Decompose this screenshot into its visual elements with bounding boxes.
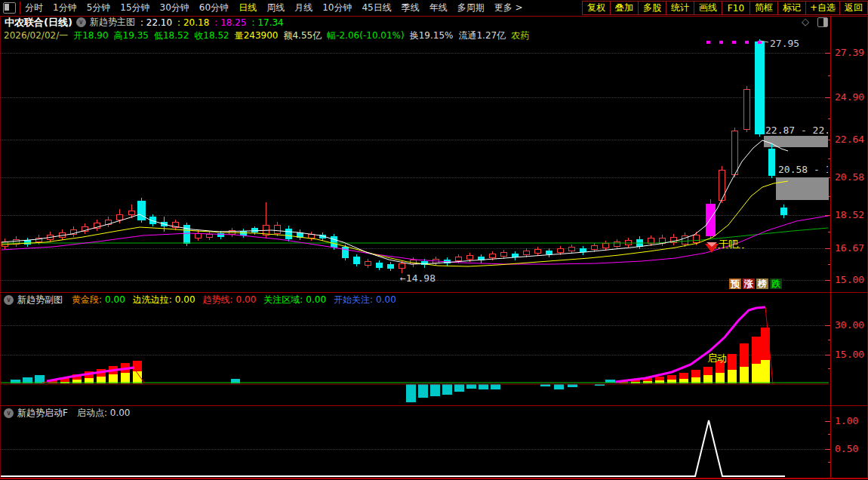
badge-涨[interactable]: 涨 bbox=[743, 278, 755, 289]
candle-down bbox=[285, 229, 292, 239]
indicator-bar bbox=[442, 384, 452, 395]
panel2-gridline bbox=[1, 325, 829, 327]
candle-down bbox=[297, 232, 303, 238]
main-axis-label: 24.90 bbox=[835, 91, 864, 103]
panel3-axis-tick bbox=[825, 449, 830, 450]
panel2-axis-tick bbox=[825, 355, 830, 355]
chevron-down-circle-icon[interactable]: ∨ bbox=[4, 295, 14, 305]
candle-down bbox=[376, 263, 383, 268]
indicator-bar bbox=[479, 384, 488, 389]
indicator-bar bbox=[231, 379, 240, 383]
indicator-bar bbox=[605, 380, 615, 383]
info-segment: 换19.15% bbox=[410, 30, 454, 41]
indicator-bar bbox=[679, 379, 688, 383]
candle-up bbox=[229, 230, 235, 235]
panel2-axis-tick bbox=[825, 325, 830, 326]
panel2-item-value: 0.00 bbox=[236, 294, 257, 305]
price-zone-label: 20.58 - 19.39 bbox=[778, 164, 828, 175]
candle-down bbox=[755, 42, 765, 134]
indicator-bar bbox=[761, 360, 770, 383]
candle-down bbox=[580, 248, 586, 252]
main-gridline bbox=[1, 53, 829, 54]
candle-up bbox=[614, 242, 620, 247]
candle-down bbox=[319, 235, 326, 238]
main-gridline bbox=[1, 140, 829, 141]
panel3-gridline bbox=[1, 449, 829, 451]
candle-up bbox=[274, 225, 281, 234]
panel2-gridline bbox=[1, 355, 829, 356]
indicator-bar bbox=[109, 374, 118, 383]
indicator-bar bbox=[691, 377, 700, 383]
low-price-label: ←14.98 bbox=[400, 272, 436, 284]
price-zone bbox=[776, 177, 829, 200]
candle-down bbox=[161, 222, 168, 226]
candle-down bbox=[421, 261, 428, 265]
candle-down bbox=[444, 260, 451, 263]
candle-up bbox=[308, 234, 315, 238]
candle-up bbox=[719, 170, 725, 201]
candle-up bbox=[670, 237, 677, 243]
indicator-bar bbox=[703, 375, 713, 383]
badge-榜[interactable]: 榜 bbox=[756, 278, 768, 289]
candle-up bbox=[432, 259, 439, 263]
indicator-bar bbox=[121, 373, 130, 383]
marker-dot bbox=[732, 41, 736, 44]
main-axis-label: 16.67 bbox=[835, 242, 864, 254]
candle-up bbox=[206, 234, 213, 238]
indicator-bar bbox=[728, 370, 737, 383]
price-axis-line bbox=[830, 17, 831, 478]
badge-预[interactable]: 预 bbox=[729, 278, 741, 289]
main-gridline bbox=[1, 97, 829, 99]
panel2-item-value: 0.00 bbox=[376, 294, 396, 305]
badge-跌[interactable]: 跌 bbox=[770, 278, 782, 289]
candle-up bbox=[693, 235, 700, 243]
info-segment: 额4.55亿 bbox=[283, 30, 322, 41]
candle-up bbox=[94, 223, 100, 229]
panel2-indicator-name[interactable]: 新趋势副图 bbox=[17, 294, 63, 306]
peak-price-label: 27.95 bbox=[770, 38, 799, 49]
candle-up bbox=[105, 220, 112, 225]
separator-line bbox=[0, 405, 868, 406]
candle-down bbox=[342, 247, 349, 258]
marker-dot bbox=[758, 41, 762, 44]
candle-down bbox=[331, 236, 337, 248]
launch-label: 启动 bbox=[707, 352, 727, 365]
main-axis-label: 27.39 bbox=[835, 47, 864, 58]
main-axis-tick bbox=[825, 53, 830, 54]
candle-up bbox=[35, 238, 42, 242]
panel2-axis-label: 15.00 bbox=[835, 349, 864, 360]
main-axis-label: 22.64 bbox=[835, 134, 864, 145]
candle-down bbox=[137, 201, 146, 220]
info-segment: 收18.52 bbox=[194, 30, 229, 41]
chevron-down-circle-icon[interactable]: ∨ bbox=[4, 408, 14, 418]
candle-up bbox=[455, 257, 462, 261]
panel2-item-value: 0.00 bbox=[306, 294, 326, 305]
candle-up bbox=[682, 235, 688, 245]
indicator-bar bbox=[11, 380, 20, 383]
candle-up bbox=[648, 238, 654, 244]
bottom-border bbox=[0, 478, 868, 479]
indicator-bar bbox=[491, 384, 500, 389]
indicator-bar bbox=[406, 384, 416, 402]
candle-up bbox=[523, 251, 530, 255]
panel3-indicator-name[interactable]: 新趋势启动F bbox=[17, 407, 68, 420]
main-axis-tick bbox=[825, 215, 830, 216]
indicator-bar bbox=[716, 373, 725, 383]
candle-up bbox=[70, 229, 77, 235]
indicator-bar bbox=[655, 380, 664, 383]
candle-up bbox=[489, 254, 496, 258]
candle-down bbox=[768, 149, 775, 176]
panel3-header: ∨ 新趋势启动F 启动点: 0.00 bbox=[0, 407, 830, 419]
price-zone bbox=[764, 136, 828, 147]
candle-up bbox=[365, 261, 371, 266]
indicator-bar bbox=[430, 384, 440, 396]
candle-down bbox=[353, 257, 360, 264]
panel2-item-value: 0.00 bbox=[105, 294, 125, 305]
candle-up bbox=[172, 222, 179, 228]
candle-down bbox=[512, 254, 519, 257]
candle-up bbox=[410, 260, 417, 264]
indicator-bar bbox=[595, 384, 605, 386]
indicator-bar bbox=[740, 367, 749, 383]
separator-line bbox=[0, 16, 868, 17]
candle-down bbox=[240, 231, 247, 235]
